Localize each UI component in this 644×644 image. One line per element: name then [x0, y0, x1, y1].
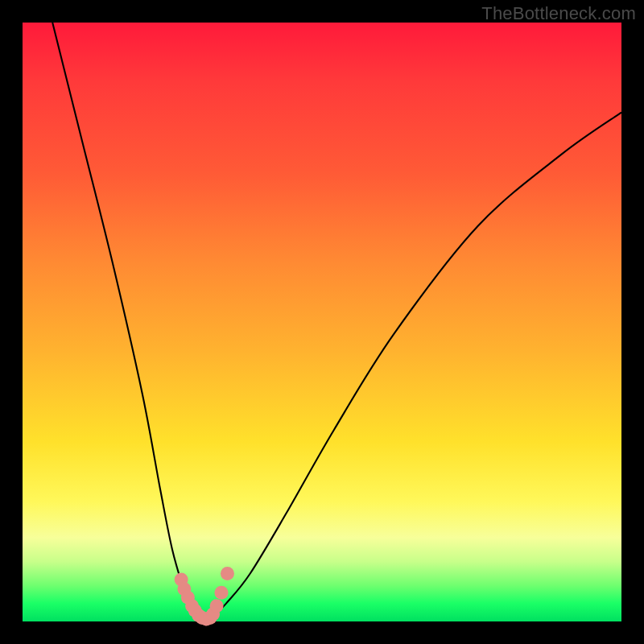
bottleneck-curve — [52, 23, 621, 622]
plot-area — [23, 23, 621, 621]
marker-group — [175, 567, 234, 626]
chart-svg — [23, 23, 621, 621]
attribution-text: TheBottleneck.com — [481, 3, 636, 24]
marker-point — [210, 599, 224, 613]
chart-frame: TheBottleneck.com — [0, 0, 644, 644]
marker-point — [221, 567, 234, 580]
marker-point — [215, 586, 229, 600]
